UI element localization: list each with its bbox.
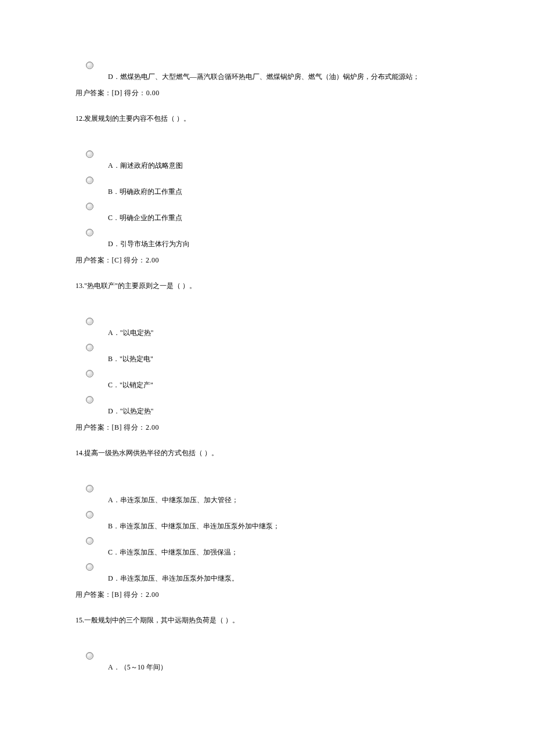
radio-icon[interactable] bbox=[86, 229, 93, 236]
radio-icon[interactable] bbox=[86, 344, 93, 351]
q12-option-c-text: C．明确企业的工作重点 bbox=[108, 213, 534, 223]
radio-icon[interactable] bbox=[86, 150, 93, 158]
q13-option-a-text: A．"以电定热" bbox=[108, 327, 534, 338]
q13-option-d-text: D．"以热定热" bbox=[108, 406, 534, 416]
q14-option-a: A．串连泵加压、中继泵加压、加大管径； bbox=[86, 485, 534, 505]
q14-option-d-text: D．串连泵加压、串连加压泵外加中继泵。 bbox=[108, 573, 534, 584]
q13-option-d: D．"以热定热" bbox=[86, 396, 534, 416]
radio-icon[interactable] bbox=[86, 62, 93, 69]
q14-option-d: D．串连泵加压、串连加压泵外加中继泵。 bbox=[86, 563, 534, 584]
q13-option-c-text: C．"以销定产" bbox=[108, 380, 534, 390]
radio-icon[interactable] bbox=[86, 370, 93, 377]
q11-option-d-text: D．燃煤热电厂、大型燃气—蒸汽联合循环热电厂、燃煤锅炉房、燃气（油）锅炉房，分布… bbox=[108, 71, 534, 82]
q12-title: 12.发展规划的主要内容不包括（ ）。 bbox=[75, 113, 534, 124]
q12-option-d: D．引导市场主体行为方向 bbox=[86, 229, 534, 249]
radio-icon[interactable] bbox=[86, 485, 93, 492]
q12-option-b-text: B．明确政府的工作重点 bbox=[108, 186, 534, 197]
q13-option-b-text: B．"以热定电" bbox=[108, 354, 534, 364]
radio-icon[interactable] bbox=[86, 318, 93, 325]
q15-option-a: A．（5～10 年间） bbox=[86, 652, 534, 672]
radio-icon[interactable] bbox=[86, 537, 93, 545]
q12-option-d-text: D．引导市场主体行为方向 bbox=[108, 239, 534, 249]
q14-option-b-text: B．串连泵加压、中继泵加压、串连加压泵外加中继泵； bbox=[108, 521, 534, 531]
q15-title: 15.一般规划中的三个期限，其中远期热负荷是（ ）。 bbox=[75, 615, 534, 625]
radio-icon[interactable] bbox=[86, 652, 93, 660]
q13-answer: 用户答案：[B] 得分：2.00 bbox=[75, 422, 534, 433]
q14-answer: 用户答案：[B] 得分：2.00 bbox=[75, 589, 534, 600]
q12-option-a-text: A．阐述政府的战略意图 bbox=[108, 160, 534, 171]
q14-option-a-text: A．串连泵加压、中继泵加压、加大管径； bbox=[108, 495, 534, 505]
q13-option-a: A．"以电定热" bbox=[86, 318, 534, 338]
q12-answer: 用户答案：[C] 得分：2.00 bbox=[75, 255, 534, 265]
q13-title: 13."热电联产"的主要原则之一是（ ）。 bbox=[75, 280, 534, 291]
q12-option-a: A．阐述政府的战略意图 bbox=[86, 150, 534, 171]
q14-title: 14.提高一级热水网供热半径的方式包括（ ）。 bbox=[75, 448, 534, 458]
q11-answer: 用户答案：[D] 得分：0.00 bbox=[75, 88, 534, 98]
q14-option-b: B．串连泵加压、中继泵加压、串连加压泵外加中继泵； bbox=[86, 511, 534, 531]
q12-option-b: B．明确政府的工作重点 bbox=[86, 177, 534, 197]
q14-option-c: C．串连泵加压、中继泵加压、加强保温； bbox=[86, 537, 534, 557]
q12-option-c: C．明确企业的工作重点 bbox=[86, 203, 534, 223]
radio-icon[interactable] bbox=[86, 177, 93, 184]
q14-option-c-text: C．串连泵加压、中继泵加压、加强保温； bbox=[108, 547, 534, 557]
radio-icon[interactable] bbox=[86, 203, 93, 210]
q13-option-c: C．"以销定产" bbox=[86, 370, 534, 390]
radio-icon[interactable] bbox=[86, 396, 93, 404]
q11-option-d: D．燃煤热电厂、大型燃气—蒸汽联合循环热电厂、燃煤锅炉房、燃气（油）锅炉房，分布… bbox=[86, 62, 534, 82]
q15-option-a-text: A．（5～10 年间） bbox=[108, 662, 534, 672]
q13-option-b: B．"以热定电" bbox=[86, 344, 534, 364]
radio-icon[interactable] bbox=[86, 563, 93, 571]
radio-icon[interactable] bbox=[86, 511, 93, 519]
